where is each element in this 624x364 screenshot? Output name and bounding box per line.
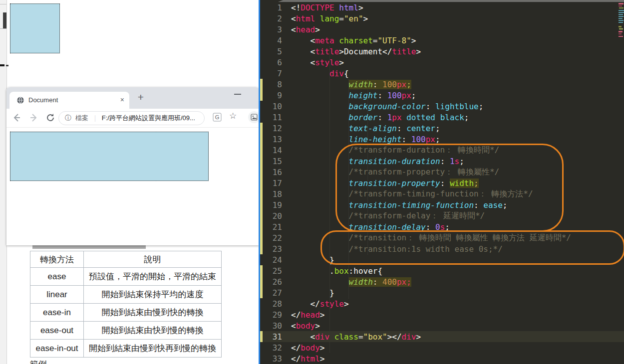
- horizontal-scrollbar[interactable]: [32, 245, 146, 249]
- globe-favicon-icon: [16, 96, 24, 104]
- code-line-9[interactable]: 9 height: 100px;: [260, 90, 624, 101]
- modified-line-marker: [260, 243, 263, 254]
- line-number: 6: [260, 58, 282, 67]
- code-text: div{: [291, 69, 349, 78]
- tab-bar: Document × +: [6, 87, 259, 109]
- reload-icon[interactable]: [44, 112, 56, 124]
- line-number: 26: [260, 277, 282, 287]
- line-number: 27: [260, 288, 282, 298]
- code-line-33[interactable]: 33</html>: [260, 353, 624, 364]
- table-cell: 開始到結束由快到慢的轉換: [84, 322, 222, 340]
- code-text: }: [291, 288, 334, 298]
- minimap-mark: [619, 22, 623, 23]
- minimap-mark: [619, 28, 623, 29]
- line-number: 18: [260, 189, 282, 199]
- code-line-13[interactable]: 13 line-height: 100px;: [260, 134, 624, 145]
- code-text: width: 100px;: [291, 80, 411, 89]
- address-bar[interactable]: ⓘ 檔案 ｜ F:/跨平台網站設置與應用班/09...: [58, 111, 205, 125]
- annotation-oval-transition-properties: [335, 144, 564, 232]
- table-cell: ease-out: [30, 322, 84, 340]
- code-line-26[interactable]: 26 width: 400px;: [260, 276, 624, 287]
- demo-box-hover-400px[interactable]: [10, 132, 209, 181]
- minimap-mark: [619, 20, 624, 21]
- svg-text:G: G: [215, 114, 220, 120]
- code-text: <title>Document</title>: [291, 47, 421, 56]
- line-number: 8: [260, 80, 282, 89]
- line-number: 13: [260, 135, 282, 144]
- code-line-7[interactable]: 7 div{: [260, 68, 624, 79]
- browser-tab[interactable]: Document ×: [9, 92, 129, 109]
- code-line-8[interactable]: 8 width: 100px;: [260, 79, 624, 90]
- code-line-27[interactable]: 27 }: [260, 287, 624, 298]
- code-line-4[interactable]: 4 <meta charset="UTF-8">: [260, 35, 624, 46]
- forward-icon[interactable]: [28, 112, 40, 124]
- code-text: <html lang="en">: [291, 14, 368, 23]
- minimap-mark: [619, 33, 622, 34]
- table-row: ease-out開始到結束由快到慢的轉換: [30, 322, 222, 340]
- code-line-28[interactable]: 28 </style>: [260, 298, 624, 309]
- back-icon[interactable]: [10, 112, 22, 124]
- line-number: 32: [260, 343, 282, 353]
- code-line-25[interactable]: 25 .box:hover{: [260, 265, 624, 276]
- code-line-11[interactable]: 11 border: 1px dotted black;: [260, 112, 624, 123]
- code-line-10[interactable]: 10 background-color: lightblue;: [260, 101, 624, 112]
- line-number: 5: [260, 47, 282, 56]
- modified-line-marker: [260, 90, 263, 101]
- line-number: 19: [260, 200, 282, 210]
- line-number: 24: [260, 255, 282, 265]
- modified-line-marker: [260, 232, 263, 243]
- info-icon[interactable]: ⓘ: [65, 114, 71, 123]
- line-number: 1: [260, 3, 282, 12]
- code-line-3[interactable]: 3<head>: [260, 24, 624, 35]
- demo-box-normal[interactable]: [10, 3, 60, 53]
- modified-line-marker: [260, 178, 263, 188]
- modified-line-marker: [260, 210, 263, 221]
- table-cell: linear: [30, 286, 84, 304]
- table-row: ease-in-out開始到結束由慢到快再到慢的轉換: [30, 340, 222, 358]
- code-text: <div class="box"></div>: [291, 332, 421, 342]
- code-line-5[interactable]: 5 <title>Document</title>: [260, 46, 624, 57]
- code-line-12[interactable]: 12 text-align: center;: [260, 123, 624, 134]
- divider: [0, 4, 6, 4]
- code-line-29[interactable]: 29</head>: [260, 309, 624, 320]
- translate-icon[interactable]: G: [212, 112, 222, 122]
- code-line-1[interactable]: 1<!DOCTYPE html>: [260, 2, 624, 13]
- minimap-mark: [619, 18, 623, 19]
- table-cell: ease-in: [30, 304, 84, 322]
- code-line-30[interactable]: 30<body>: [260, 320, 624, 331]
- modified-line-marker: [260, 145, 263, 156]
- minimap-mark: [619, 14, 623, 15]
- line-number: 21: [260, 222, 282, 232]
- table-row: linear開始到結束保持平均的速度: [30, 286, 222, 304]
- code-line-31[interactable]: 31 <div class="box"></div>: [260, 331, 624, 342]
- code-line-6[interactable]: 6 <style>: [260, 57, 624, 68]
- new-tab-button[interactable]: +: [134, 90, 147, 104]
- code-text: </style>: [291, 299, 349, 309]
- minimap-mark: [619, 10, 624, 11]
- code-text: .box:hover{: [291, 266, 382, 276]
- divider: [0, 28, 6, 29]
- table-cell: 開始到結束由慢到快的轉換: [84, 304, 222, 322]
- table-cell: 預設值，平滑的開始，平滑的結束: [84, 268, 222, 286]
- code-line-32[interactable]: 32</body>: [260, 342, 624, 353]
- code-text: height: 100px;: [291, 91, 416, 100]
- minimap[interactable]: [618, 2, 624, 47]
- line-number: 14: [260, 146, 282, 155]
- minimap-mark: [619, 26, 622, 27]
- code-line-2[interactable]: 2<html lang="en">: [260, 13, 624, 24]
- code-text: line-height: 100px;: [291, 135, 440, 144]
- table-cell: 開始到結束由慢到快再到慢的轉換: [84, 340, 222, 358]
- code-text: </body>: [291, 343, 324, 353]
- background-window-sliver: [0, 0, 7, 364]
- table-cell: 開始到結束保持平均的速度: [84, 286, 222, 304]
- modified-line-marker: [260, 265, 263, 276]
- bookmark-star-icon[interactable]: ☆: [229, 111, 237, 121]
- minimap-mark: [619, 12, 624, 13]
- modified-line-marker: [260, 167, 263, 178]
- modified-line-marker: [260, 156, 263, 167]
- tab-close-icon[interactable]: ×: [120, 96, 124, 104]
- code-editor[interactable]: 1<!DOCTYPE html>2<html lang="en">3<head>…: [260, 0, 624, 364]
- minimize-button[interactable]: [234, 94, 241, 95]
- url-text[interactable]: F:/跨平台網站設置與應用班/09...: [102, 114, 195, 123]
- code-text: <body>: [291, 321, 320, 331]
